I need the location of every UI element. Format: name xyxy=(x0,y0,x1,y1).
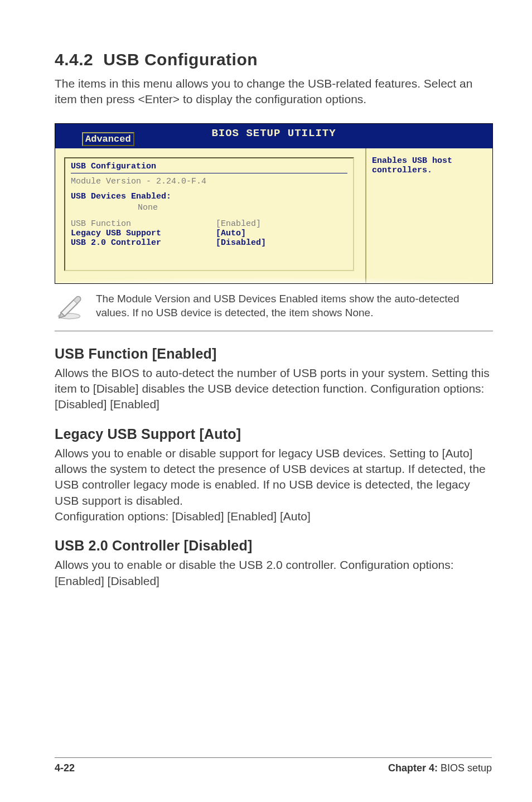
page-footer: 4-22 Chapter 4: BIOS setup xyxy=(0,757,532,774)
bios-row-label: USB Function xyxy=(71,219,216,229)
chapter-label: Chapter 4: BIOS setup xyxy=(388,762,492,774)
bios-row-usb20[interactable]: USB 2.0 Controller [Disabled] xyxy=(71,238,347,248)
section-heading: 4.4.2USB Configuration xyxy=(55,50,493,69)
setting-body-usb-function: Allows the BIOS to auto-detect the numbe… xyxy=(55,365,493,413)
bios-row-value: [Auto] xyxy=(216,229,246,238)
note-block: The Module Version and USB Devices Enabl… xyxy=(55,292,493,331)
section-number: 4.4.2 xyxy=(55,50,93,69)
section-title-text: USB Configuration xyxy=(103,50,258,69)
bios-row-value: [Disabled] xyxy=(216,238,266,248)
setting-body-legacy-usb: Allows you to enable or disable support … xyxy=(55,446,493,525)
bios-module-version: Module Version - 2.24.0-F.4 xyxy=(71,177,347,186)
bios-row-label: USB 2.0 Controller xyxy=(71,238,216,248)
chapter-rest: BIOS setup xyxy=(438,762,492,774)
bios-left-panel: USB Configuration Module Version - 2.24.… xyxy=(55,148,365,283)
bios-row-legacy-usb[interactable]: Legacy USB Support [Auto] xyxy=(71,229,347,238)
setting-heading-usb-function: USB Function [Enabled] xyxy=(55,346,493,362)
bios-body: USB Configuration Module Version - 2.24.… xyxy=(55,148,492,283)
bios-panel-title: USB Configuration xyxy=(71,162,347,171)
section-intro: The items in this menu allows you to cha… xyxy=(55,76,493,108)
bios-tab-advanced[interactable]: Advanced xyxy=(82,132,134,146)
bios-header: BIOS SETUP UTILITY Advanced xyxy=(55,124,492,148)
bios-banner: BIOS SETUP UTILITY xyxy=(211,127,336,139)
pencil-note-icon xyxy=(55,292,84,323)
bios-row-usb-function[interactable]: USB Function [Enabled] xyxy=(71,219,347,229)
setting-body-usb20: Allows you to enable or disable the USB … xyxy=(55,557,493,589)
bios-help-text: Enables USB host controllers. xyxy=(372,156,487,175)
bios-row-label: Legacy USB Support xyxy=(71,229,216,238)
bios-window: BIOS SETUP UTILITY Advanced USB Configur… xyxy=(55,123,493,284)
bios-devices-value: None xyxy=(71,203,347,212)
setting-heading-usb20: USB 2.0 Controller [Disabled] xyxy=(55,538,493,554)
note-text: The Module Version and USB Devices Enabl… xyxy=(96,292,493,320)
bios-devices-label: USB Devices Enabled: xyxy=(71,192,347,201)
bios-help-panel: Enables USB host controllers. xyxy=(365,148,492,283)
bios-divider xyxy=(71,173,347,173)
footer-rule xyxy=(55,757,492,758)
chapter-bold: Chapter 4: xyxy=(388,762,438,774)
setting-heading-legacy-usb: Legacy USB Support [Auto] xyxy=(55,426,493,442)
page-number: 4-22 xyxy=(55,762,75,774)
bios-row-value: [Enabled] xyxy=(216,219,261,229)
